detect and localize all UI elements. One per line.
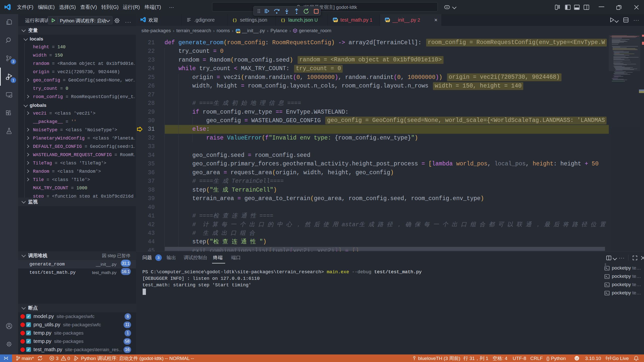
- svg-text:{}: {}: [281, 18, 285, 23]
- svg-text:{}: {}: [232, 18, 237, 23]
